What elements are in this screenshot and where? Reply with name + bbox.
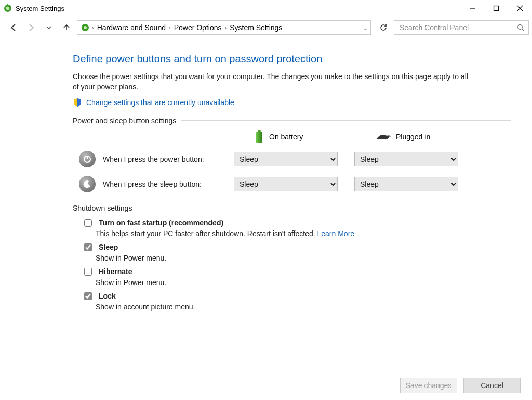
fast-startup-checkbox[interactable] [84,219,92,227]
control-panel-icon [81,23,90,32]
svg-rect-11 [258,130,261,132]
chevron-right-icon: › [92,24,94,31]
svg-rect-4 [494,6,499,11]
navbar: › Hardware and Sound › Power Options › S… [0,17,532,38]
option-hibernate: Hibernate Show in Power menu. [82,266,511,287]
page-title: Define power buttons and turn on passwor… [73,53,511,65]
svg-point-2 [6,7,9,10]
cancel-button[interactable]: Cancel [463,378,521,393]
row-power-button-label: When I press the power button: [103,155,204,163]
search-box[interactable] [394,20,529,35]
refresh-button[interactable] [376,20,391,35]
svg-rect-12 [256,132,262,143]
forward-button[interactable] [24,20,38,35]
lock-option-label: Lock [99,292,116,300]
titlebar: System Settings [0,0,532,17]
row-sleep-button-label: When I press the sleep button: [103,180,202,188]
power-icon [79,151,96,167]
column-plugged-in: Plugged in [365,130,469,144]
address-bar[interactable]: › Hardware and Sound › Power Options › S… [77,20,371,35]
option-lock: Lock Show in account picture menu. [82,291,511,311]
fast-startup-label: Turn on fast startup (recommended) [99,218,223,227]
plug-icon [375,132,391,141]
option-fast-startup: Turn on fast startup (recommended) This … [82,217,511,238]
section-power-sleep: Power and sleep button settings [73,117,511,125]
search-input[interactable] [398,23,514,32]
breadcrumb-system-settings[interactable]: System Settings [229,23,283,32]
footer: Save changes Cancel [0,370,532,400]
window-title: System Settings [16,5,64,12]
shield-icon [73,98,82,107]
app-icon [3,4,12,13]
option-sleep: Sleep Show in Power menu. [82,242,511,262]
hibernate-checkbox[interactable] [84,268,92,276]
page-intro: Choose the power settings that you want … [73,71,473,93]
row-sleep-button: When I press the sleep button: [73,176,234,192]
chevron-right-icon: › [169,24,171,31]
chevron-right-icon: › [224,24,227,31]
close-button[interactable] [508,0,532,17]
sleep-button-plugged-select[interactable]: Sleep [354,177,458,191]
hibernate-option-sub: Show in Power menu. [96,278,511,287]
power-button-plugged-select[interactable]: Sleep [354,152,458,166]
svg-point-9 [518,25,522,29]
hibernate-option-label: Hibernate [99,267,132,276]
section-power-sleep-label: Power and sleep button settings [73,117,176,125]
breadcrumb-power-options[interactable]: Power Options [173,23,223,32]
svg-line-10 [522,29,524,31]
row-power-button: When I press the power button: [73,151,234,167]
sleep-option-sub: Show in Power menu. [96,254,511,262]
column-plugged-in-label: Plugged in [396,133,430,141]
chevron-down-icon[interactable]: ⌄ [363,24,368,32]
section-shutdown-label: Shutdown settings [73,204,132,212]
section-shutdown: Shutdown settings [73,204,511,212]
main-content: Define power buttons and turn on passwor… [0,38,532,311]
learn-more-link[interactable]: Learn More [317,229,355,238]
recent-locations-button[interactable] [42,20,56,35]
fast-startup-sub: This helps start your PC faster after sh… [96,229,317,238]
svg-point-8 [84,26,87,29]
change-settings-link[interactable]: Change settings that are currently unava… [86,98,234,107]
sleep-option-label: Sleep [99,243,118,251]
search-icon [517,24,524,31]
sleep-icon [79,176,96,192]
save-changes-button[interactable]: Save changes [400,378,457,393]
up-button[interactable] [59,20,74,35]
breadcrumb-hardware-sound[interactable]: Hardware and Sound [96,23,167,32]
minimize-button[interactable] [460,0,484,17]
column-on-battery: On battery [244,130,348,144]
back-button[interactable] [6,20,21,35]
power-button-battery-select[interactable]: Sleep [234,152,338,166]
lock-checkbox[interactable] [84,292,92,300]
maximize-button[interactable] [484,0,508,17]
battery-icon [255,130,264,144]
sleep-checkbox[interactable] [84,243,92,251]
svg-rect-1 [7,4,8,7]
sleep-button-battery-select[interactable]: Sleep [234,177,338,191]
column-on-battery-label: On battery [269,133,303,141]
lock-option-sub: Show in account picture menu. [96,303,511,311]
